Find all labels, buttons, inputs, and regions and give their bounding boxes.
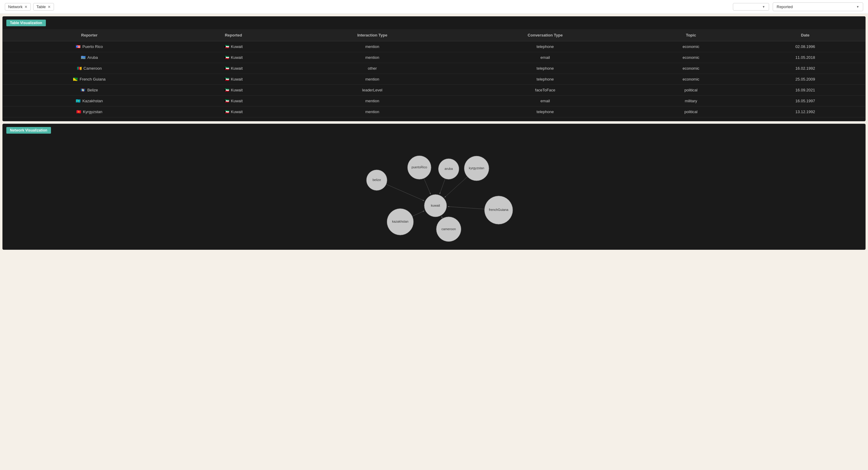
network-svg: puertoRicoarubakyrgyzstanbelizekuwaitfre… [3, 137, 865, 248]
left-dropdown-arrow: ▼ [762, 5, 765, 8]
conversation-cell: email [454, 96, 637, 106]
reported-cell: 🇰🇼 Kuwait [176, 52, 291, 63]
network-panel-label: Network Visualization [6, 127, 51, 134]
reporter-name: Kyrgyzstan [83, 109, 102, 114]
interaction-cell: other [291, 63, 454, 74]
topic-cell: economic [637, 63, 745, 74]
reporter-cell: 🇬🇫 French Guiana [3, 74, 176, 85]
date-cell: 16.02.1992 [745, 63, 865, 74]
conversation-cell: telephone [454, 41, 637, 52]
node-label: kuwait [431, 203, 440, 207]
reported-flag: 🇰🇼 [224, 88, 229, 92]
reporter-cell: 🇵🇷 Puerto Rico [3, 41, 176, 52]
col-reporter: Reporter [3, 29, 176, 41]
topic-cell: political [637, 85, 745, 96]
reporter-name: French Guiana [80, 77, 105, 82]
network-node[interactable]: kazakhstan [387, 209, 413, 235]
reporter-cell: 🇰🇬 Kyrgyzstan [3, 106, 176, 117]
network-node[interactable]: frenchGuiana [484, 196, 513, 224]
table-row: 🇰🇿 Kazakhstan 🇰🇼 Kuwait mention email mi… [3, 96, 865, 106]
date-cell: 16.09.2021 [745, 85, 865, 96]
network-tag[interactable]: Network ✕ [5, 3, 31, 10]
reported-name: Kuwait [231, 77, 243, 82]
topic-cell: political [637, 106, 745, 117]
date-cell: 11.05.2018 [745, 52, 865, 63]
network-node[interactable]: cameroon [436, 217, 461, 242]
col-conversation: Conversation Type [454, 29, 637, 41]
network-node[interactable]: aruba [438, 159, 459, 179]
reported-name: Kuwait [231, 88, 243, 92]
table-row: 🇵🇷 Puerto Rico 🇰🇼 Kuwait mention telepho… [3, 41, 865, 52]
network-node[interactable]: kyrgyzstan [464, 156, 489, 181]
network-node[interactable]: puertoRico [407, 156, 431, 179]
reporter-flag: 🇦🇼 [81, 55, 86, 60]
reporter-flag: 🇬🇫 [73, 77, 78, 82]
date-cell: 13.12.1992 [745, 106, 865, 117]
conversation-cell: telephone [454, 106, 637, 117]
reported-name: Kuwait [231, 55, 243, 60]
table-row: 🇨🇲 Cameroon 🇰🇼 Kuwait other telephone ec… [3, 63, 865, 74]
network-edge [444, 177, 467, 197]
table-panel-label: Table Visualization [6, 20, 46, 26]
reporter-cell: 🇨🇲 Cameroon [3, 63, 176, 74]
topic-cell: economic [637, 41, 745, 52]
conversation-cell: telephone [454, 63, 637, 74]
reporter-flag: 🇨🇲 [77, 66, 82, 71]
network-tag-close[interactable]: ✕ [25, 5, 27, 9]
interaction-cell: mention [291, 96, 454, 106]
network-edge [448, 207, 485, 209]
node-label: belize [372, 178, 381, 182]
reported-cell: 🇰🇼 Kuwait [176, 74, 291, 85]
reporter-flag: 🇵🇷 [76, 44, 81, 49]
reported-cell: 🇰🇼 Kuwait [176, 106, 291, 117]
reporter-cell: 🇧🇿 Belize [3, 85, 176, 96]
table-tag-label: Table [36, 4, 46, 9]
table-row: 🇰🇬 Kyrgyzstan 🇰🇼 Kuwait mention telephon… [3, 106, 865, 117]
interaction-cell: mention [291, 74, 454, 85]
node-label: cameroon [441, 227, 456, 231]
topic-cell: economic [637, 74, 745, 85]
topic-cell: economic [637, 52, 745, 63]
network-tag-label: Network [8, 4, 23, 9]
conversation-cell: faceToFace [454, 85, 637, 96]
top-bar: Network ✕ Table ✕ ▼ Reported ▼ [0, 0, 868, 14]
reported-flag: 🇰🇼 [224, 55, 229, 60]
network-edge [440, 179, 445, 194]
reported-name: Kuwait [231, 99, 243, 103]
network-panel: Network Visualization puertoRicoarubakyr… [2, 124, 866, 250]
network-edge [412, 211, 424, 216]
table-tag[interactable]: Table ✕ [33, 3, 54, 10]
table-tag-close[interactable]: ✕ [48, 5, 51, 9]
date-cell: 02.08.1996 [745, 41, 865, 52]
interaction-cell: leaderLevel [291, 85, 454, 96]
table-header-row: Reporter Reported Interaction Type Conve… [3, 29, 865, 41]
right-dropdown[interactable]: Reported ▼ [773, 2, 863, 11]
right-dropdown-arrow: ▼ [856, 5, 859, 8]
reported-cell: 🇰🇼 Kuwait [176, 96, 291, 106]
table-row: 🇦🇼 Aruba 🇰🇼 Kuwait mention email economi… [3, 52, 865, 63]
col-date: Date [745, 29, 865, 41]
reported-name: Kuwait [231, 109, 243, 114]
network-edge [441, 216, 443, 218]
table-row: 🇬🇫 French Guiana 🇰🇼 Kuwait mention telep… [3, 74, 865, 85]
reported-flag: 🇰🇼 [224, 44, 229, 49]
reported-flag: 🇰🇼 [224, 66, 229, 71]
reported-flag: 🇰🇼 [224, 109, 229, 114]
network-node[interactable]: belize [367, 170, 387, 190]
tag-container: Network ✕ Table ✕ ▼ [5, 3, 769, 10]
left-dropdown[interactable]: ▼ [733, 3, 769, 10]
table-row: 🇧🇿 Belize 🇰🇼 Kuwait leaderLevel faceToFa… [3, 85, 865, 96]
reporter-name: Kazakhstan [82, 99, 103, 103]
node-label: kazakhstan [392, 220, 408, 223]
reported-flag: 🇰🇼 [224, 77, 229, 82]
topic-cell: military [637, 96, 745, 106]
network-node[interactable]: kuwait [424, 195, 447, 217]
reporter-cell: 🇰🇿 Kazakhstan [3, 96, 176, 106]
reported-cell: 🇰🇼 Kuwait [176, 41, 291, 52]
interaction-cell: mention [291, 41, 454, 52]
interaction-cell: mention [291, 106, 454, 117]
reporter-flag: 🇧🇿 [81, 88, 85, 92]
right-dropdown-container: Reported ▼ [773, 2, 863, 11]
data-table: Reporter Reported Interaction Type Conve… [3, 29, 865, 117]
network-edge [424, 178, 430, 194]
